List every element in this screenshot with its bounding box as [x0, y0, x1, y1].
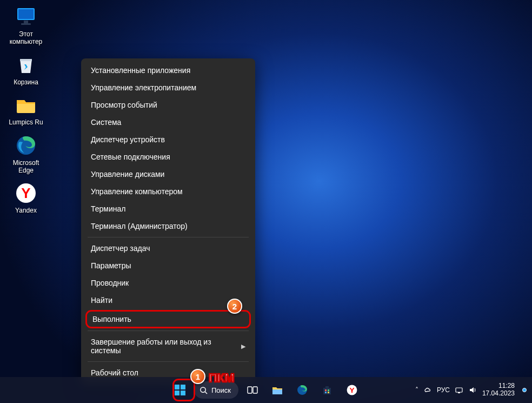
menu-item-label: Проводник	[91, 279, 129, 287]
menu-item-label: Выполнить	[92, 315, 131, 323]
start-button[interactable]	[169, 379, 191, 401]
menu-item-event-viewer[interactable]: Просмотр событий	[81, 96, 255, 114]
desktop-icon-recycle-bin[interactable]: Корзина	[5, 54, 46, 86]
tray-chevron-up-icon[interactable]: ˄	[415, 386, 418, 394]
edge-icon	[15, 134, 37, 157]
menu-item-task-manager[interactable]: Диспетчер задач	[81, 240, 255, 257]
taskbar-explorer[interactable]	[267, 379, 288, 401]
menu-item-label: Управление электропитанием	[91, 83, 196, 92]
menu-item-shutdown-signout[interactable]: Завершение работы или выход из системы ▶	[81, 333, 255, 359]
taskbar-store[interactable]	[316, 379, 338, 401]
annotation-pkm-label: ПКМ	[209, 371, 235, 385]
task-view-icon	[247, 384, 258, 396]
taskbar-yandex[interactable]: Y	[341, 379, 363, 401]
desktop-icon-lumpics-folder[interactable]: Lumpics Ru	[5, 94, 46, 126]
edge-icon	[296, 384, 308, 396]
taskbar-tray: ˄ РУС 11:28 17.04.2023	[415, 382, 532, 398]
search-label: Поиск	[211, 386, 231, 394]
menu-item-installed-apps[interactable]: Установленные приложения	[81, 62, 255, 79]
svg-rect-7	[175, 385, 179, 389]
step-badge: 1	[190, 369, 205, 384]
svg-line-12	[205, 392, 207, 394]
menu-item-explorer[interactable]: Проводник	[81, 274, 255, 292]
menu-item-power-management[interactable]: Управление электропитанием	[81, 79, 255, 96]
menu-item-disk-management[interactable]: Управление дисками	[81, 166, 255, 183]
chevron-right-icon: ▶	[241, 343, 245, 350]
svg-rect-1	[18, 9, 34, 19]
monitor-icon	[15, 5, 37, 28]
desktop-icon-yandex[interactable]: Y Yandex	[5, 182, 46, 214]
desktop-icon-this-pc[interactable]: Этоткомпьютер	[5, 5, 46, 46]
svg-rect-24	[458, 392, 460, 393]
yandex-icon: Y	[346, 384, 358, 396]
tray-date: 17.04.2023	[482, 390, 515, 398]
folder-icon	[15, 94, 37, 116]
menu-item-terminal[interactable]: Терминал	[81, 200, 255, 217]
menu-item-label: Управление дисками	[91, 170, 164, 179]
menu-item-label: Терминал	[91, 204, 125, 213]
tray-time: 11:28	[498, 382, 515, 390]
desktop-icon-label: Корзина	[14, 78, 38, 86]
tray-onedrive-icon[interactable]	[423, 386, 432, 394]
menu-item-label: Управление компьютером	[91, 187, 183, 196]
taskbar-task-view[interactable]	[242, 379, 263, 401]
menu-item-run[interactable]: Выполнить	[85, 310, 251, 328]
yandex-icon: Y	[15, 182, 37, 204]
menu-item-label: Диспетчер устройств	[91, 135, 165, 144]
menu-item-settings[interactable]: Параметры	[81, 257, 255, 274]
svg-rect-15	[272, 389, 282, 394]
menu-item-label: Диспетчер задач	[91, 244, 150, 253]
menu-item-network-connections[interactable]: Сетевые подключения	[81, 148, 255, 166]
annotation-step-1: 1	[190, 369, 205, 384]
menu-item-terminal-admin[interactable]: Терминал (Администратор)	[81, 217, 255, 235]
menu-item-label: Параметры	[91, 261, 131, 270]
svg-text:Y: Y	[349, 386, 354, 394]
file-explorer-icon	[271, 384, 284, 397]
svg-rect-20	[328, 392, 329, 393]
start-context-menu: Установленные приложения Управление элек…	[81, 58, 255, 385]
menu-item-label: Рабочий стол	[91, 368, 138, 377]
menu-item-device-manager[interactable]: Диспетчер устройств	[81, 131, 255, 148]
svg-rect-18	[328, 389, 329, 391]
desktop[interactable]: Этоткомпьютер Корзина Lumpics Ru Microso…	[0, 0, 532, 403]
taskbar-edge[interactable]	[291, 379, 313, 401]
svg-rect-8	[181, 385, 185, 389]
menu-item-label: Установленные приложения	[91, 66, 190, 75]
menu-separator	[88, 361, 249, 362]
desktop-icon-label: Этоткомпьютер	[10, 30, 43, 46]
svg-rect-2	[24, 21, 28, 23]
desktop-icon-label: Lumpics Ru	[9, 118, 43, 126]
tray-volume-icon[interactable]	[468, 386, 477, 394]
svg-rect-3	[21, 23, 31, 25]
svg-text:Y: Y	[21, 185, 30, 201]
search-icon	[200, 386, 208, 394]
menu-item-label: Завершение работы или выход из системы	[91, 338, 241, 355]
tray-icons: ˄ РУС	[415, 386, 477, 394]
windows-logo-icon	[174, 384, 186, 396]
svg-rect-10	[181, 391, 185, 395]
menu-item-label: Терминал (Администратор)	[91, 222, 188, 230]
taskbar: Поиск Y ˄ РУС	[0, 377, 532, 403]
svg-point-11	[201, 387, 205, 392]
svg-rect-23	[456, 388, 462, 392]
svg-rect-14	[253, 387, 257, 393]
menu-item-label: Сетевые подключения	[91, 153, 170, 161]
tray-network-icon[interactable]	[455, 386, 463, 394]
svg-rect-9	[175, 391, 179, 395]
svg-rect-19	[325, 392, 327, 393]
svg-rect-17	[325, 389, 327, 391]
tray-clock[interactable]: 11:28 17.04.2023	[482, 382, 515, 398]
desktop-icons: Этоткомпьютер Корзина Lumpics Ru Microso…	[5, 5, 46, 215]
step-badge: 2	[227, 299, 242, 314]
menu-item-label: Просмотр событий	[91, 101, 157, 109]
menu-item-computer-management[interactable]: Управление компьютером	[81, 183, 255, 200]
menu-item-label: Система	[91, 118, 121, 127]
recycle-bin-icon	[15, 54, 37, 76]
desktop-icon-label: MicrosoftEdge	[13, 159, 39, 175]
tray-language[interactable]: РУС	[437, 386, 450, 394]
desktop-icon-label: Yandex	[15, 207, 37, 214]
menu-item-system[interactable]: Система	[81, 114, 255, 131]
tray-notification-dot[interactable]	[522, 388, 527, 392]
desktop-icon-edge[interactable]: MicrosoftEdge	[5, 134, 46, 175]
store-icon	[321, 384, 333, 396]
